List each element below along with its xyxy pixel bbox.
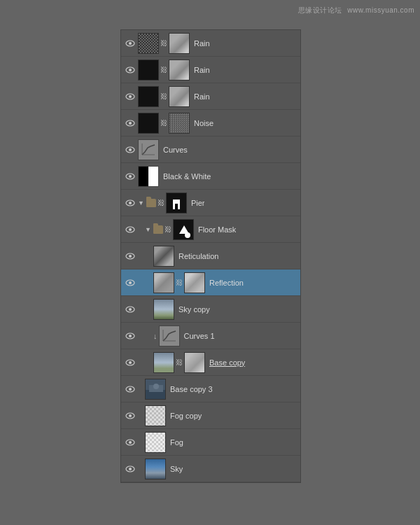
visibility-toggle[interactable] bbox=[124, 436, 136, 449]
layer-name: Rain bbox=[194, 92, 210, 101]
visibility-toggle[interactable] bbox=[124, 90, 136, 103]
layer-thumbnail bbox=[145, 405, 166, 426]
adjustment-icon bbox=[138, 166, 159, 187]
visibility-toggle[interactable] bbox=[124, 223, 136, 236]
layer-name: Curves 1 bbox=[184, 332, 215, 340]
triangle-icon[interactable]: ▼ bbox=[138, 200, 144, 206]
layer-thumbnail bbox=[153, 246, 174, 267]
link-icon: ⛓ bbox=[158, 198, 164, 208]
svg-rect-19 bbox=[175, 204, 178, 209]
layer-row[interactable]: ⛓ Reflection bbox=[121, 270, 300, 296]
layer-name: Fog bbox=[170, 438, 183, 447]
layers-panel: ⛓ Rain ⛓ Rain ⛓ bbox=[120, 29, 301, 483]
layer-row[interactable]: Fog bbox=[121, 429, 300, 456]
layer-row[interactable]: ▼ ⛓ Pier bbox=[121, 190, 300, 216]
link-icon: ⛓ bbox=[176, 278, 183, 288]
svg-point-14 bbox=[129, 175, 132, 178]
visibility-toggle[interactable] bbox=[124, 463, 136, 475]
layer-thumbnail bbox=[138, 113, 159, 134]
layer-row[interactable]: ⛓ Noise bbox=[121, 110, 300, 136]
layer-name: Curves bbox=[163, 146, 188, 154]
layer-thumbnail bbox=[145, 432, 166, 453]
layer-row[interactable]: Fog copy bbox=[121, 402, 300, 429]
svg-point-5 bbox=[129, 95, 132, 98]
layer-thumbnail bbox=[153, 299, 174, 320]
triangle-icon[interactable]: ▼ bbox=[145, 226, 151, 233]
layer-thumbnail bbox=[166, 192, 187, 214]
visibility-toggle[interactable] bbox=[124, 410, 136, 422]
svg-point-48 bbox=[129, 468, 132, 470]
visibility-toggle[interactable] bbox=[124, 303, 136, 316]
layer-row[interactable]: ⛓ Rain bbox=[121, 30, 300, 57]
link-icon: ⛓ bbox=[160, 118, 167, 128]
svg-point-1 bbox=[129, 42, 132, 45]
link-icon: ⛓ bbox=[160, 38, 167, 48]
clipping-arrow: ↓ bbox=[153, 332, 158, 340]
folder-icon bbox=[146, 199, 156, 207]
svg-point-31 bbox=[129, 335, 132, 337]
layer-row[interactable]: ⛓ Rain bbox=[121, 83, 300, 110]
layer-name: Black & White bbox=[163, 172, 211, 181]
visibility-toggle[interactable] bbox=[124, 197, 136, 209]
svg-point-38 bbox=[129, 388, 132, 391]
layer-thumbnail bbox=[138, 33, 159, 54]
layer-name: Floor Mask bbox=[198, 225, 236, 234]
layer-row[interactable]: ▼ ⛓ Floor Mask bbox=[121, 216, 300, 243]
layer-mask-thumbnail bbox=[169, 33, 190, 54]
svg-point-44 bbox=[129, 414, 132, 417]
layer-name: Fog copy bbox=[170, 412, 202, 420]
layer-row[interactable]: Reticulation bbox=[121, 243, 300, 270]
layer-name: Reflection bbox=[209, 279, 244, 287]
layer-name: Reticulation bbox=[178, 252, 218, 260]
visibility-toggle[interactable] bbox=[124, 37, 136, 50]
visibility-toggle[interactable] bbox=[124, 144, 136, 156]
link-icon: ⛓ bbox=[164, 225, 172, 234]
layer-name: Rain bbox=[194, 66, 210, 74]
layer-thumbnail bbox=[145, 379, 166, 400]
layer-name: Sky bbox=[170, 465, 183, 473]
visibility-toggle[interactable] bbox=[124, 383, 136, 396]
adjustment-icon bbox=[138, 139, 159, 160]
svg-point-29 bbox=[129, 308, 132, 311]
visibility-toggle[interactable] bbox=[124, 64, 136, 76]
layer-row[interactable]: ⛓ Base copy bbox=[121, 349, 300, 376]
visibility-toggle[interactable] bbox=[124, 356, 136, 369]
link-icon: ⛓ bbox=[160, 92, 167, 102]
layer-row[interactable]: Black & White bbox=[121, 163, 300, 190]
layer-name: Noise bbox=[194, 119, 214, 127]
visibility-toggle[interactable] bbox=[124, 276, 136, 289]
layer-row[interactable]: Sky bbox=[121, 456, 300, 482]
svg-point-27 bbox=[129, 281, 132, 284]
visibility-toggle[interactable] bbox=[124, 330, 136, 342]
svg-point-25 bbox=[129, 255, 132, 258]
layer-mask-thumbnail bbox=[169, 59, 190, 80]
layer-row[interactable]: ⛓ Rain bbox=[121, 57, 300, 83]
layer-name: Pier bbox=[191, 199, 205, 207]
svg-point-9 bbox=[129, 148, 132, 151]
layer-thumbnail bbox=[138, 86, 159, 107]
svg-point-3 bbox=[129, 69, 132, 71]
svg-point-42 bbox=[153, 384, 159, 389]
layer-row[interactable]: Base copy 3 bbox=[121, 376, 300, 402]
layer-thumbnail bbox=[145, 458, 166, 479]
layer-mask-thumbnail bbox=[184, 272, 205, 293]
layer-row[interactable]: Sky copy bbox=[121, 296, 300, 323]
layer-name: Base copy bbox=[209, 358, 245, 367]
visibility-toggle[interactable] bbox=[124, 170, 136, 183]
svg-point-23 bbox=[185, 232, 190, 238]
layer-mask-thumbnail bbox=[169, 86, 190, 107]
layer-row[interactable]: ↓ Curves 1 bbox=[121, 323, 300, 349]
svg-point-21 bbox=[129, 228, 132, 231]
svg-rect-10 bbox=[141, 142, 156, 158]
layer-row[interactable]: Curves bbox=[121, 136, 300, 163]
layer-thumbnail bbox=[138, 59, 159, 80]
visibility-toggle[interactable] bbox=[124, 250, 136, 262]
watermark: 思缘设计论坛 www.missyuan.com bbox=[298, 6, 414, 15]
folder-icon bbox=[153, 225, 163, 234]
layer-thumbnail bbox=[173, 219, 194, 240]
layer-thumbnail bbox=[153, 352, 174, 373]
svg-point-7 bbox=[129, 122, 132, 125]
layer-thumbnail bbox=[153, 272, 174, 293]
layer-mask-thumbnail bbox=[169, 113, 190, 134]
visibility-toggle[interactable] bbox=[124, 117, 136, 130]
